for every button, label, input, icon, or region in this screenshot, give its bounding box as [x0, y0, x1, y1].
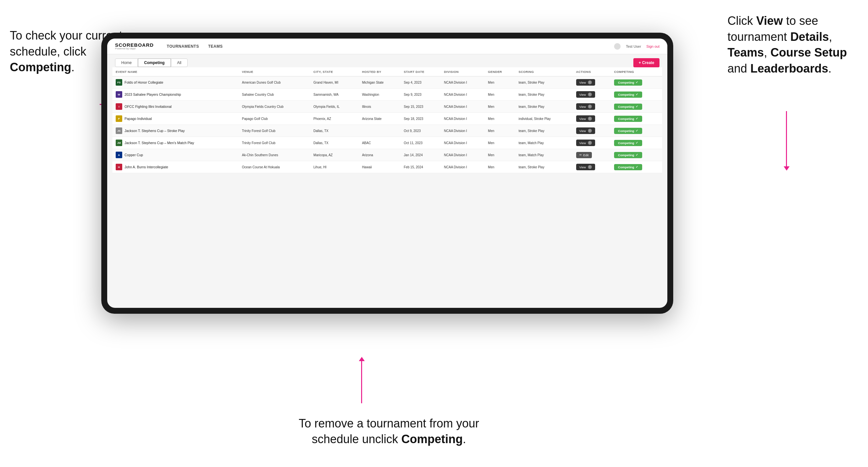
competing-cell[interactable]: Competing ✓	[611, 137, 662, 149]
competing-cell[interactable]: Competing ✓	[611, 161, 662, 173]
event-name-cell: A Copper Cup	[113, 149, 239, 161]
event-name-text: John A. Burns Intercollegiate	[125, 165, 168, 169]
signout-link[interactable]: Sign out	[646, 44, 659, 49]
view-button[interactable]: View i	[576, 79, 595, 86]
th-actions: ACTIONS	[573, 67, 611, 76]
event-name-cell: H John A. Burns Intercollegiate	[113, 161, 239, 173]
tab-competing[interactable]: Competing	[138, 59, 171, 67]
view-button[interactable]: View i	[576, 139, 595, 146]
competing-button[interactable]: Competing ✓	[614, 92, 642, 98]
create-button[interactable]: + Create	[633, 58, 659, 67]
user-label: Test User	[626, 44, 641, 49]
view-button[interactable]: View i	[576, 115, 595, 122]
table-row: JS Jackson T. Stephens Cup – Stroke Play…	[113, 125, 662, 137]
competing-cell[interactable]: Competing ✓	[611, 149, 662, 161]
actions-cell[interactable]: View i	[573, 76, 611, 89]
logo-sub: Powered by clippi	[115, 48, 154, 50]
th-venue: VENUE	[239, 67, 310, 76]
annotation-leaderboards-bold: Leaderboards	[750, 62, 828, 75]
competing-button[interactable]: Competing ✓	[614, 128, 642, 134]
actions-cell[interactable]: View i	[573, 125, 611, 137]
tablet-screen: SCOREBOARD Powered by clippi TOURNAMENTS…	[107, 38, 667, 308]
gender-cell: Men	[485, 161, 516, 173]
start-date-cell: Oct 9, 2023	[401, 125, 441, 137]
pencil-icon: ✏	[580, 153, 582, 157]
edit-button[interactable]: ✏ Edit	[576, 152, 592, 158]
nav-teams[interactable]: TEAMS	[208, 44, 223, 49]
view-button[interactable]: View i	[576, 127, 595, 134]
arrow-bottom	[361, 361, 362, 403]
gender-cell: Men	[485, 149, 516, 161]
competing-cell[interactable]: Competing ✓	[611, 125, 662, 137]
th-city-state: CITY, STATE	[310, 67, 359, 76]
table-container: EVENT NAME VENUE CITY, STATE HOSTED BY S…	[107, 67, 667, 308]
view-button[interactable]: View i	[576, 164, 595, 170]
checkmark-icon: ✓	[636, 117, 638, 120]
start-date-cell: Sep 4, 2023	[401, 76, 441, 89]
hosted-by-cell: Arizona	[359, 149, 401, 161]
actions-cell[interactable]: View i	[573, 113, 611, 125]
competing-button[interactable]: Competing ✓	[614, 103, 642, 110]
actions-cell[interactable]: View i	[573, 161, 611, 173]
checkmark-icon: ✓	[636, 93, 638, 96]
event-name-text: Papago Individual	[125, 117, 152, 121]
hosted-by-cell: Washington	[359, 89, 401, 101]
view-button[interactable]: View i	[576, 91, 595, 98]
actions-cell[interactable]: View i	[573, 89, 611, 101]
city-cell: Dallas, TX	[310, 137, 359, 149]
annotation-coursesetup-bold: Course Setup	[770, 46, 847, 59]
info-icon: i	[588, 81, 592, 84]
hosted-by-cell: ABAC	[359, 137, 401, 149]
actions-cell[interactable]: View i	[573, 101, 611, 113]
annotation-tr-period: .	[828, 62, 831, 75]
th-gender: GENDER	[485, 67, 516, 76]
venue-cell: Sahalee Country Club	[239, 89, 310, 101]
division-cell: NCAA Division I	[441, 76, 485, 89]
table-row: I OFCC Fighting Illini Invitational Olym…	[113, 101, 662, 113]
city-cell: Dallas, TX	[310, 125, 359, 137]
competing-button[interactable]: Competing ✓	[614, 116, 642, 122]
competing-cell[interactable]: Competing ✓	[611, 113, 662, 125]
competing-button[interactable]: Competing ✓	[614, 152, 642, 158]
division-cell: NCAA Division I	[441, 149, 485, 161]
competing-cell[interactable]: Competing ✓	[611, 101, 662, 113]
scoring-cell: team, Match Play	[516, 149, 573, 161]
header-row: EVENT NAME VENUE CITY, STATE HOSTED BY S…	[113, 67, 662, 76]
competing-button[interactable]: Competing ✓	[614, 140, 642, 146]
event-name-text: OFCC Fighting Illini Invitational	[125, 104, 172, 108]
hosted-by-cell: Illinois	[359, 101, 401, 113]
city-cell: Maricopa, AZ	[310, 149, 359, 161]
nav-links: TOURNAMENTS TEAMS	[167, 44, 222, 49]
hosted-by-cell	[359, 125, 401, 137]
scoring-cell: team, Stroke Play	[516, 161, 573, 173]
competing-button[interactable]: Competing ✓	[614, 164, 642, 170]
nav-tournaments[interactable]: TOURNAMENTS	[167, 44, 199, 49]
logo-text: SCOREBOARD	[115, 42, 154, 48]
tab-all[interactable]: All	[171, 59, 188, 67]
logo-area: SCOREBOARD Powered by clippi	[115, 42, 154, 50]
filter-tabs: Home Competing All	[115, 59, 188, 67]
competing-button[interactable]: Competing ✓	[614, 80, 642, 86]
competing-cell[interactable]: Competing ✓	[611, 89, 662, 101]
tab-home[interactable]: Home	[115, 59, 138, 67]
gender-cell: Men	[485, 125, 516, 137]
annotation-and: and	[727, 62, 750, 75]
division-cell: NCAA Division I	[441, 89, 485, 101]
table-body: FS Folds of Honor Collegiate American Du…	[113, 76, 662, 173]
nav-right: Test User Sign out	[614, 43, 659, 50]
actions-cell[interactable]: View i	[573, 137, 611, 149]
division-cell: NCAA Division I	[441, 125, 485, 137]
th-competing: COMPETING	[611, 67, 662, 76]
event-name-text: Jackson T. Stephens Cup – Stroke Play	[125, 129, 185, 133]
competing-cell[interactable]: Competing ✓	[611, 76, 662, 89]
arrow-right	[786, 111, 787, 167]
info-icon: i	[588, 104, 592, 108]
venue-cell: Ocean Course At Hokuala	[239, 161, 310, 173]
view-button[interactable]: View i	[576, 103, 595, 110]
city-cell: Lihue, HI	[310, 161, 359, 173]
event-name-cell: P Papago Individual	[113, 113, 239, 125]
actions-cell[interactable]: ✏ Edit	[573, 149, 611, 161]
checkmark-icon: ✓	[636, 141, 638, 145]
user-icon	[614, 43, 621, 50]
scoring-cell: individual, Stroke Play	[516, 113, 573, 125]
